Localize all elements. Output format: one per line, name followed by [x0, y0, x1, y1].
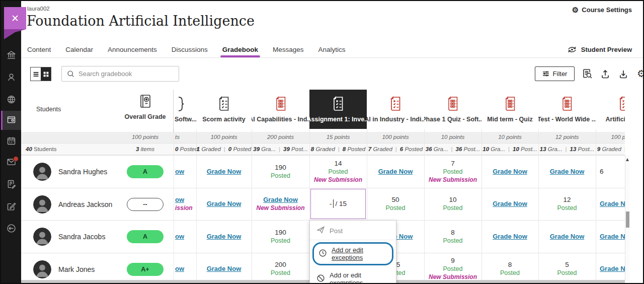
sidebar-item-courses[interactable]: [1, 111, 21, 130]
grade-cell-phase1[interactable]: 8Posted: [424, 220, 481, 253]
grade-cell-artificial[interactable]: 6: [596, 155, 625, 188]
column-header-ai-capabilities[interactable]: AI Capabilities - Ind...: [252, 90, 309, 129]
document-search-icon[interactable]: [581, 67, 594, 80]
gear-icon[interactable]: ⚙: [635, 67, 644, 80]
grade-cell-softw[interactable]: ow: [174, 253, 196, 284]
tab-analytics[interactable]: Analytics: [318, 41, 346, 57]
grade-now-link[interactable]: Grade Now: [207, 233, 242, 240]
column-header-softw[interactable]: Softw...: [174, 90, 196, 129]
vertical-scrollbar[interactable]: [625, 155, 629, 281]
grade-now-link[interactable]: Grade Now: [207, 200, 242, 207]
tab-messages[interactable]: Messages: [273, 41, 304, 57]
overall-grade-pill[interactable]: A: [127, 165, 164, 178]
close-course-button[interactable]: ✕: [4, 7, 26, 29]
grade-cell-ai-capabilities[interactable]: 200Posted: [252, 253, 309, 284]
grade-cell-test[interactable]: Grade Now: [538, 155, 596, 188]
grade-cell-ai-industry[interactable]: 50Posted: [367, 188, 424, 221]
grade-now-link[interactable]: Grade Now: [550, 168, 585, 175]
grade-cell-scorm[interactable]: Grade Now: [196, 188, 252, 221]
sidebar-item-grades[interactable]: [1, 176, 21, 193]
grade-cell-scorm[interactable]: Grade Now: [196, 220, 252, 253]
grade-cell-ai-capabilities[interactable]: 190Posted: [252, 155, 309, 188]
filter-button[interactable]: Filter: [535, 66, 575, 81]
grade-now-link[interactable]: Grade Now: [207, 168, 242, 175]
tab-calendar[interactable]: Calendar: [65, 41, 93, 57]
grade-cell-test[interactable]: 5Posted: [538, 253, 596, 284]
column-header-phase1[interactable]: Phase 1 Quiz - Soft...: [424, 90, 481, 129]
student-preview-button[interactable]: Student Preview: [567, 41, 632, 57]
scroll-up-arrow[interactable]: [626, 158, 629, 161]
column-header-artificial[interactable]: Artificial In...: [596, 90, 625, 129]
sidebar-item-institution[interactable]: [1, 47, 21, 64]
sidebar-item-compose[interactable]: [1, 198, 21, 216]
tab-announcements[interactable]: Announcements: [108, 41, 157, 57]
grid-view-button[interactable]: [41, 67, 51, 81]
grade-cell-test[interactable]: Grade Now: [538, 220, 596, 253]
scroll-thumb[interactable]: [626, 211, 629, 228]
tab-content[interactable]: Content: [27, 41, 51, 57]
grade-cell-ai-capabilities[interactable]: Grade NowNew Submission: [252, 188, 309, 221]
grade-cell-midterm[interactable]: 8Posted: [481, 253, 538, 284]
column-header-ai-industry[interactable]: AI in Industry - Indi...: [367, 90, 424, 129]
grade-cell-phase1[interactable]: 7PostedNew Submission: [424, 155, 481, 188]
grade-now-link[interactable]: ow: [175, 196, 184, 203]
grade-cell-artificial[interactable]: Grade Now: [596, 253, 625, 284]
grade-cell-midterm[interactable]: Grade Now: [481, 220, 538, 253]
grade-now-link[interactable]: Grade Now: [207, 265, 242, 272]
grade-now-link[interactable]: Grade Now: [600, 265, 625, 272]
column-header-overall-grade[interactable]: Overall Grade: [117, 94, 174, 120]
grade-cell-assignment1[interactable]: 14PostedNew Submission: [309, 155, 367, 188]
sidebar-item-profile[interactable]: [1, 69, 21, 87]
tab-discussions[interactable]: Discussions: [172, 41, 208, 57]
list-view-button[interactable]: [31, 67, 41, 81]
grade-cell-midterm[interactable]: Grade Now: [481, 188, 538, 221]
column-header-test[interactable]: Test - World Wide ...: [538, 90, 596, 129]
grade-cell-softw[interactable]: owission: [174, 188, 196, 221]
grade-now-link[interactable]: Grade Now: [263, 196, 298, 203]
column-header-midterm[interactable]: Mid term - Quiz: [481, 90, 538, 129]
overall-grade-pill[interactable]: A+: [127, 263, 164, 276]
grade-cell-artificial[interactable]: Grade Now: [596, 188, 625, 221]
overall-grade-pill[interactable]: --: [127, 198, 164, 211]
grade-now-link[interactable]: Grade Now: [493, 233, 527, 240]
grade-now-link[interactable]: Grade Now: [600, 200, 625, 207]
menu-item-add-or-edit-exemptions[interactable]: Add or edit exemptions: [310, 267, 396, 284]
grade-cell-phase1[interactable]: 9PostedNew Submission: [424, 253, 481, 284]
grade-cell-test[interactable]: 12Posted: [538, 188, 596, 221]
grade-cell-scorm[interactable]: Grade Now: [196, 253, 252, 284]
grade-cell-midterm[interactable]: Grade Now: [481, 155, 538, 188]
grade-now-link[interactable]: ow: [175, 265, 184, 272]
menu-item-add-or-edit-exceptions[interactable]: Add or edit exceptions: [314, 244, 392, 264]
grade-input-cell[interactable]: -/ 15: [310, 189, 366, 220]
grade-cell-softw[interactable]: ow: [174, 155, 196, 188]
upload-icon[interactable]: [599, 67, 612, 80]
grade-cell-scorm[interactable]: Grade Now: [196, 155, 252, 188]
student-avatar: [33, 163, 51, 181]
grade-now-link[interactable]: Grade Now: [600, 233, 625, 240]
grade-cell-ai-industry[interactable]: Grade Now: [367, 155, 424, 188]
grade-cell-artificial[interactable]: Grade Now: [596, 220, 625, 253]
grade-now-link[interactable]: ow: [175, 233, 184, 240]
column-header-assignment1[interactable]: Assignment 1: Inve...: [309, 90, 367, 129]
grade-cell-ai-capabilities[interactable]: 190Posted: [252, 220, 309, 253]
column-header-scorm[interactable]: Scorm activity: [196, 90, 252, 129]
sidebar-item-sign-out[interactable]: [1, 221, 21, 238]
sidebar-item-calendar[interactable]: [1, 133, 21, 150]
course-settings-button[interactable]: ⚙ Course Settings: [572, 6, 632, 14]
grade-now-link[interactable]: Grade Now: [493, 200, 527, 207]
sidebar-item-messages[interactable]: [1, 154, 21, 171]
search-input[interactable]: [78, 70, 164, 78]
grade-now-link[interactable]: ow: [175, 168, 184, 175]
menu-item-post[interactable]: Post: [310, 222, 396, 240]
grade-cell-softw[interactable]: ow: [174, 220, 196, 253]
grade-cell-phase1[interactable]: 10Posted: [424, 188, 481, 221]
grade-now-link[interactable]: Grade Now: [493, 168, 527, 175]
grade-now-link[interactable]: Grade Now: [378, 168, 413, 175]
overall-grade-pill[interactable]: A: [127, 230, 164, 243]
grade-now-link[interactable]: Grade Now: [550, 233, 585, 240]
download-icon[interactable]: [617, 67, 630, 80]
score-value: 8: [508, 261, 512, 268]
tab-gradebook[interactable]: Gradebook: [222, 41, 258, 57]
sidebar-item-globe[interactable]: [1, 92, 21, 109]
column-stats: 39 Gra...|39 Post...: [252, 146, 309, 152]
